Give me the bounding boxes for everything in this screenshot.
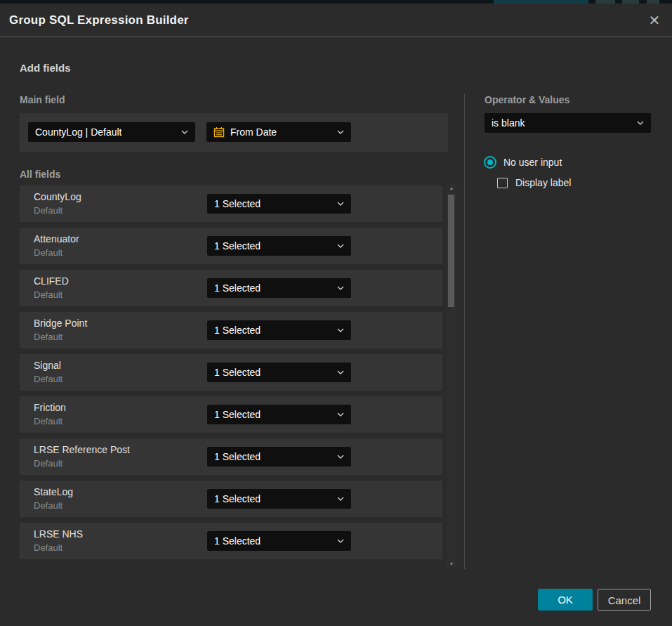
selected-count-label: 1 Selected xyxy=(214,198,261,209)
field-list-row: LRSE Reference Post Default 1 Selected xyxy=(20,438,442,475)
field-name: CLIFED xyxy=(34,275,69,287)
field-dropdown[interactable]: From Date xyxy=(206,122,351,142)
all-fields-label: All fields xyxy=(20,169,60,180)
scroll-up-icon[interactable]: ▲ xyxy=(447,184,456,193)
checkbox-unchecked-icon[interactable] xyxy=(497,178,508,188)
field-subtitle: Default xyxy=(34,374,62,384)
field-subtitle: Default xyxy=(34,416,62,426)
field-name: Signal xyxy=(34,360,61,371)
close-icon[interactable]: ✕ xyxy=(646,12,663,29)
field-selected-dropdown[interactable]: 1 Selected xyxy=(207,320,351,340)
field-list-row: CLIFED Default 1 Selected xyxy=(20,270,442,306)
field-list-row: CountyLog Default 1 Selected xyxy=(20,185,442,222)
field-name: Attenuator xyxy=(34,233,79,244)
add-fields-heading: Add fields xyxy=(20,62,71,74)
field-subtitle: Default xyxy=(34,458,62,469)
field-dropdown-value: From Date xyxy=(230,126,277,138)
display-label-label: Display label xyxy=(515,177,571,188)
field-list-row: LRSE NHS Default 1 Selected xyxy=(20,523,442,559)
field-selected-dropdown[interactable]: 1 Selected xyxy=(207,278,351,298)
field-name: StateLog xyxy=(34,486,73,497)
field-name: LRSE NHS xyxy=(34,528,83,540)
field-selected-dropdown[interactable]: 1 Selected xyxy=(207,236,351,256)
chevron-down-icon xyxy=(337,412,344,417)
chevron-down-icon xyxy=(337,328,344,332)
field-selected-dropdown[interactable]: 1 Selected xyxy=(207,531,351,551)
field-subtitle: Default xyxy=(34,205,62,216)
field-selected-dropdown[interactable]: 1 Selected xyxy=(207,489,351,509)
field-list-row: Friction Default 1 Selected xyxy=(20,396,442,433)
operator-dropdown-value: is blank xyxy=(492,117,525,129)
chevron-down-icon xyxy=(637,121,644,125)
layer-dropdown[interactable]: CountyLog | Default xyxy=(28,122,195,142)
chevron-down-icon xyxy=(337,539,344,543)
selected-count-label: 1 Selected xyxy=(214,451,261,462)
main-field-label: Main field xyxy=(20,94,65,105)
field-subtitle: Default xyxy=(34,500,62,511)
dialog-header: Group SQL Expression Builder ✕ xyxy=(0,4,672,37)
chevron-down-icon xyxy=(337,370,344,374)
field-list-row: Attenuator Default 1 Selected xyxy=(20,228,442,264)
ok-button[interactable]: OK xyxy=(538,589,593,611)
chevron-down-icon xyxy=(337,202,344,206)
field-selected-dropdown[interactable]: 1 Selected xyxy=(207,194,351,214)
no-user-input-label: No user input xyxy=(503,157,562,168)
field-subtitle: Default xyxy=(34,289,62,300)
field-subtitle: Default xyxy=(34,542,62,553)
chevron-down-icon xyxy=(337,286,344,290)
all-fields-list: CountyLog Default 1 Selected Attenuator … xyxy=(20,185,442,565)
group-sql-expression-builder-dialog: Group SQL Expression Builder ✕ Add field… xyxy=(0,4,672,626)
field-selected-dropdown[interactable]: 1 Selected xyxy=(207,405,351,424)
scroll-down-icon[interactable]: ▼ xyxy=(447,560,456,568)
selected-count-label: 1 Selected xyxy=(214,240,261,252)
field-name: Friction xyxy=(34,402,66,413)
chevron-down-icon xyxy=(337,455,344,459)
field-subtitle: Default xyxy=(34,332,62,342)
operator-values-heading: Operator & Values xyxy=(485,94,569,105)
calendar-icon xyxy=(213,126,225,138)
selected-count-label: 1 Selected xyxy=(214,367,261,378)
chevron-down-icon xyxy=(337,130,344,134)
cancel-button[interactable]: Cancel xyxy=(598,589,651,611)
layer-dropdown-value: CountyLog | Default xyxy=(35,126,122,138)
list-scrollbar[interactable]: ▲ ▼ xyxy=(447,184,456,568)
main-field-panel: CountyLog | Default From Date xyxy=(20,113,448,152)
selected-count-label: 1 Selected xyxy=(214,282,261,294)
operator-dropdown[interactable]: is blank xyxy=(485,113,651,133)
radio-selected-icon xyxy=(484,156,496,169)
no-user-input-radio[interactable]: No user input xyxy=(484,156,562,169)
field-name: LRSE Reference Post xyxy=(34,444,130,455)
selected-count-label: 1 Selected xyxy=(214,409,261,420)
field-list-row: Signal Default 1 Selected xyxy=(20,354,442,391)
dialog-title: Group SQL Expression Builder xyxy=(9,13,189,27)
chevron-down-icon xyxy=(337,497,344,501)
display-label-checkbox-row[interactable]: Display label xyxy=(497,177,571,188)
selected-count-label: 1 Selected xyxy=(214,535,261,547)
field-list-row: StateLog Default 1 Selected xyxy=(20,481,442,517)
field-name: CountyLog xyxy=(34,191,81,202)
field-selected-dropdown[interactable]: 1 Selected xyxy=(207,363,351,382)
selected-count-label: 1 Selected xyxy=(214,325,261,336)
field-selected-dropdown[interactable]: 1 Selected xyxy=(207,447,351,467)
chevron-down-icon xyxy=(337,244,344,248)
scrollbar-thumb[interactable] xyxy=(448,195,454,307)
selected-count-label: 1 Selected xyxy=(214,493,261,504)
field-name: Bridge Point xyxy=(34,318,87,329)
chevron-down-icon xyxy=(181,130,188,134)
field-list-row: Bridge Point Default 1 Selected xyxy=(20,312,442,348)
field-subtitle: Default xyxy=(34,247,62,258)
vertical-divider xyxy=(464,94,465,569)
